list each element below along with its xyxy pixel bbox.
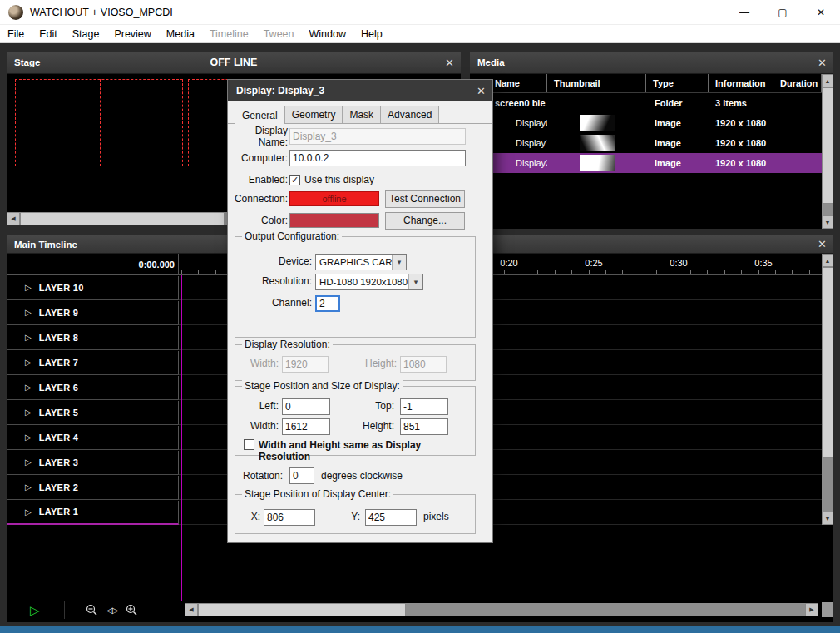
dr-width-field[interactable]: [282, 356, 329, 373]
media-thumbnail-image: [580, 115, 615, 131]
media-item-info: 1920 x 1080: [709, 133, 773, 153]
media-row[interactable]: screen0 ble Folder 3 items: [470, 93, 822, 113]
layer-disclosure-icon[interactable]: ▷: [25, 482, 32, 492]
dialog-titlebar[interactable]: Display: Display_3 ✕: [228, 80, 492, 101]
scroll-down-icon[interactable]: ▼: [822, 215, 833, 229]
stage-close-icon[interactable]: ✕: [445, 52, 454, 73]
device-dropdown[interactable]: GRAPHICS CARD ▾: [315, 254, 407, 270]
media-col-thumbnail: Thumbnail: [547, 74, 646, 92]
menu-preview[interactable]: Preview: [106, 25, 158, 42]
enabled-label: Enabled:: [233, 174, 288, 185]
test-connection-button[interactable]: Test Connection: [385, 190, 465, 208]
layer-disclosure-icon[interactable]: ▷: [25, 333, 32, 342]
layer-disclosure-icon[interactable]: ▷: [25, 358, 32, 367]
timeline-hscrollbar[interactable]: ◀ ▶: [185, 603, 818, 616]
layer-disclosure-icon[interactable]: ▷: [25, 308, 32, 317]
timeline-vscrollbar[interactable]: ▲ ▼: [822, 254, 833, 525]
media-row-selected[interactable]: Display2. Image 1920 x 1080: [470, 153, 822, 173]
menu-edit[interactable]: Edit: [32, 25, 65, 42]
stage-panel-titlebar[interactable]: Stage OFF LINE ✕: [7, 52, 461, 74]
scroll-left-icon[interactable]: ◀: [7, 212, 20, 225]
sp-top-field[interactable]: [400, 398, 448, 415]
display-center-group: Stage Position of Display Center: X: Y: …: [235, 494, 476, 534]
layer-disclosure-icon[interactable]: ▷: [25, 283, 32, 292]
timeline-close-icon[interactable]: ✕: [818, 235, 827, 253]
change-color-button[interactable]: Change...: [385, 212, 465, 230]
layer-disclosure-icon[interactable]: ▷: [25, 433, 32, 442]
scroll-left-icon[interactable]: ◀: [185, 603, 198, 616]
desktop-taskbar-strip: [0, 626, 840, 633]
tab-advanced[interactable]: Advanced: [380, 106, 439, 123]
menu-media[interactable]: Media: [159, 25, 202, 42]
zoom-in-icon[interactable]: [126, 604, 138, 616]
media-panel: Media ✕ Name Thumbnail Type Information …: [470, 52, 833, 229]
maximize-button[interactable]: ▢: [763, 0, 802, 24]
tab-general[interactable]: General: [235, 106, 285, 124]
display-color-swatch[interactable]: [289, 213, 379, 228]
menubar: File Edit Stage Preview Media Timeline T…: [0, 25, 840, 43]
timeline-current-time: 0:00.000: [7, 254, 179, 274]
play-button[interactable]: ▷: [30, 604, 40, 616]
display-outline-1[interactable]: [15, 79, 183, 166]
dialog-body: General Geometry Mask Advanced Display N…: [228, 101, 492, 542]
menu-help[interactable]: Help: [353, 25, 390, 42]
layer-disclosure-icon[interactable]: ▷: [25, 507, 32, 517]
layer-label: LAYER 2: [39, 482, 79, 492]
computer-field[interactable]: [289, 150, 466, 166]
center-y-field[interactable]: [365, 509, 417, 526]
dr-height-field[interactable]: [400, 356, 447, 373]
menu-file[interactable]: File: [0, 25, 32, 42]
layer-disclosure-icon[interactable]: ▷: [25, 383, 32, 392]
media-panel-titlebar[interactable]: Media ✕: [470, 52, 833, 74]
menu-stage[interactable]: Stage: [65, 25, 107, 42]
resolution-dropdown[interactable]: HD-1080 1920x1080 ▾: [315, 274, 423, 290]
menu-window[interactable]: Window: [302, 25, 353, 42]
use-display-checkbox[interactable]: ✓: [289, 175, 300, 185]
sp-height-field[interactable]: [400, 418, 448, 435]
media-row[interactable]: Display1. Image 1920 x 1080: [470, 133, 822, 153]
layer-disclosure-icon[interactable]: ▷: [25, 408, 32, 417]
layer-disclosure-icon[interactable]: ▷: [25, 457, 32, 467]
layer-label: LAYER 10: [39, 283, 84, 293]
rotation-suffix: degrees clockwise: [321, 470, 403, 482]
media-row[interactable]: Display0. Image 1920 x 1080: [470, 113, 822, 133]
layer-label: LAYER 7: [39, 358, 79, 368]
dialog-close-icon[interactable]: ✕: [477, 80, 486, 101]
media-vscroll-thumb[interactable]: [822, 87, 833, 204]
output-configuration-legend: Output Configuration:: [242, 230, 342, 242]
tab-geometry[interactable]: Geometry: [284, 106, 343, 123]
stage-hscroll-thumb[interactable]: [20, 212, 225, 225]
stage-position-group: Stage Position and Size of Display: Left…: [235, 386, 476, 456]
center-suffix: pixels: [423, 511, 449, 522]
dr-width-label: Width:: [242, 358, 279, 369]
menu-timeline: Timeline: [202, 25, 256, 42]
scroll-down-icon[interactable]: ▼: [822, 512, 833, 525]
media-vscrollbar[interactable]: ▲ ▼: [822, 74, 833, 229]
media-close-icon[interactable]: ✕: [818, 52, 827, 73]
channel-field[interactable]: [315, 295, 340, 312]
zoom-range-icon[interactable]: ◁▷: [106, 606, 117, 615]
timeline-cursor[interactable]: [181, 275, 182, 601]
zoom-out-icon[interactable]: [86, 604, 98, 616]
rotation-field[interactable]: [289, 467, 314, 484]
ruler-label: 0:25: [585, 258, 602, 268]
window-titlebar[interactable]: WATCHOUT + VIOSO_MPCDI — ▢ ✕: [0, 0, 840, 25]
same-size-checkbox[interactable]: [244, 439, 254, 450]
center-x-field[interactable]: [264, 509, 315, 526]
close-button[interactable]: ✕: [802, 0, 840, 24]
scroll-right-icon[interactable]: ▶: [805, 603, 818, 616]
center-x-label: X:: [242, 511, 260, 522]
scroll-up-icon[interactable]: ▲: [822, 254, 833, 267]
chevron-down-icon: ▾: [408, 274, 422, 289]
computer-label: Computer:: [233, 152, 288, 164]
layer-label: LAYER 3: [39, 457, 79, 467]
timeline-hscroll-thumb[interactable]: [198, 603, 406, 616]
tab-mask[interactable]: Mask: [342, 106, 381, 123]
scroll-up-icon[interactable]: ▲: [822, 74, 833, 87]
display-name-field[interactable]: [289, 128, 466, 145]
timeline-vscroll-thumb[interactable]: [822, 267, 833, 458]
sp-width-field[interactable]: [282, 418, 330, 435]
minimize-button[interactable]: —: [725, 0, 763, 24]
sp-left-field[interactable]: [282, 398, 330, 415]
media-item-info: 1920 x 1080: [709, 153, 773, 173]
